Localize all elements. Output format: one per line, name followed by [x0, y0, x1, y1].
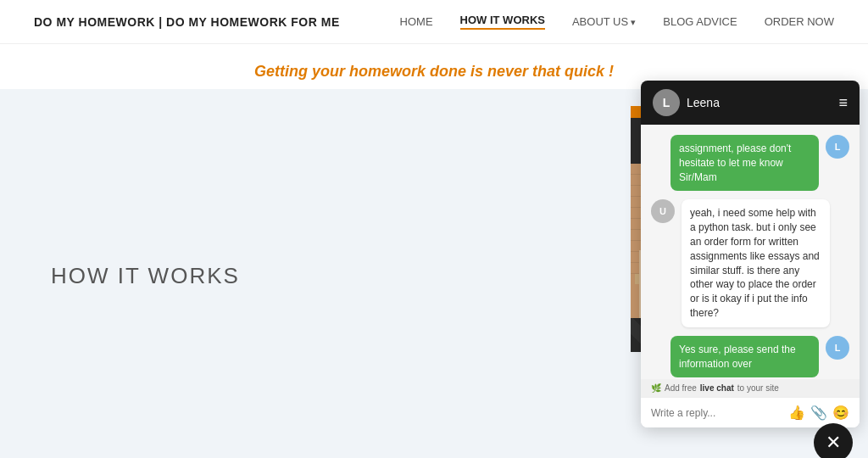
logo: DO MY HOMEWORK | DO MY HOMEWORK FOR ME	[34, 15, 340, 29]
nav-order-now[interactable]: ORDER NOW	[765, 15, 834, 28]
chat-header-left: L Leena	[653, 89, 720, 116]
chat-promo-bar: 🌿 Add free live chat to your site	[641, 379, 860, 397]
promo-text: Add free	[665, 383, 697, 393]
msg-bubble-3: Yes sure, please send the information ov…	[670, 336, 819, 378]
left-section: HOW IT WORKS	[0, 89, 631, 458]
chat-menu-icon[interactable]: ≡	[838, 94, 848, 112]
msg-avatar-agent-3: L	[826, 336, 849, 360]
chat-header: L Leena ≡	[641, 81, 860, 125]
msg-avatar-user-2: U	[651, 199, 675, 223]
attachment-icon[interactable]: 📎	[810, 405, 827, 421]
emoji-icon[interactable]: 😊	[832, 405, 849, 421]
msg-bubble-1: assignment, please don't hesitate to let…	[670, 135, 819, 191]
promo-link[interactable]: live chat	[700, 383, 734, 393]
close-chat-button[interactable]: ✕	[814, 423, 853, 458]
main-content: HOW IT WORKS L Leena	[0, 89, 868, 458]
chat-messages: L assignment, please don't hesitate to l…	[641, 125, 860, 379]
close-icon: ✕	[826, 432, 841, 454]
message-row-1: L assignment, please don't hesitate to l…	[651, 135, 849, 191]
thumbs-up-icon[interactable]: 👍	[788, 405, 805, 421]
msg-avatar-agent-1: L	[826, 135, 849, 159]
main-nav: HOME HOW IT WORKS ABOUT US BLOG ADVICE O…	[400, 14, 834, 30]
hero-subtitle-text: Getting your homework done is never that…	[254, 63, 614, 80]
agent-avatar: L	[653, 89, 680, 116]
agent-name: Leena	[687, 96, 720, 109]
message-row-3: L Yes sure, please send the information …	[651, 336, 849, 378]
chat-input-area: 👍 📎 😊	[641, 397, 860, 427]
message-row-2: U yeah, i need some help with a python t…	[651, 199, 849, 327]
chat-widget: L Leena ≡ L assignment, please don't hes…	[641, 81, 860, 427]
nav-how-it-works[interactable]: HOW IT WORKS	[460, 14, 545, 30]
header: DO MY HOMEWORK | DO MY HOMEWORK FOR ME H…	[0, 0, 868, 44]
msg-bubble-2: yeah, i need some help with a python tas…	[682, 199, 830, 327]
nav-about-us[interactable]: ABOUT US	[572, 15, 636, 28]
nav-blog-advice[interactable]: BLOG ADVICE	[663, 15, 737, 28]
nav-home[interactable]: HOME	[400, 15, 433, 28]
chat-reply-input[interactable]	[651, 407, 782, 419]
leaf-icon: 🌿	[651, 383, 661, 393]
section-title: HOW IT WORKS	[51, 263, 240, 289]
chat-action-buttons: 👍 📎 😊	[788, 405, 849, 421]
promo-suffix: to your site	[737, 383, 779, 393]
